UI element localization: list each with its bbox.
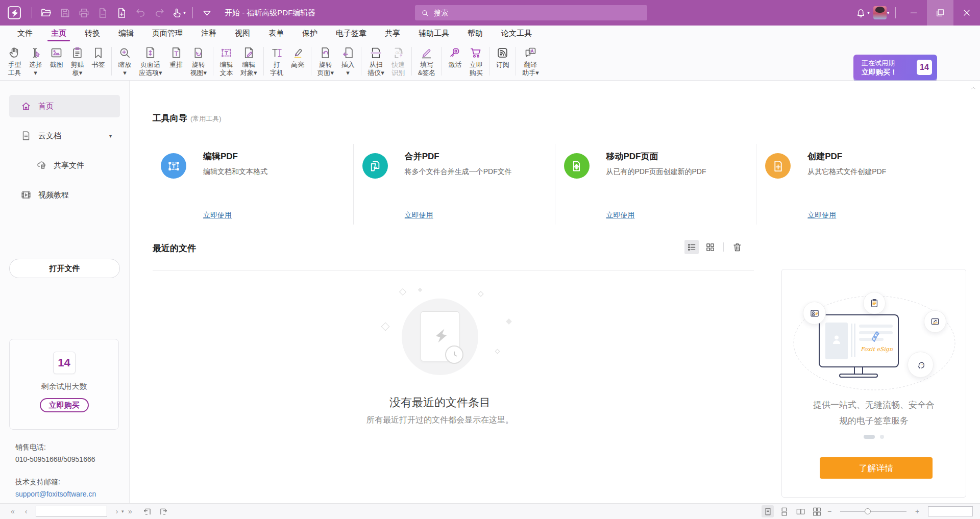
menu-tab-文件[interactable]: 文件	[8, 26, 42, 42]
use-now-link[interactable]: 立即使用	[606, 211, 635, 220]
account-button[interactable]: ▾	[872, 4, 891, 22]
notifications-dropdown-arrow[interactable]: ▾	[867, 10, 870, 15]
ribbon-insert-pages-button[interactable]: 插入▾	[337, 45, 358, 78]
print-button[interactable]	[75, 4, 93, 22]
ribbon-zoom-button[interactable]: 缩放▾	[114, 45, 135, 78]
hand-pointer-button[interactable]: ▾	[169, 4, 188, 22]
zoom-out-button[interactable]: −	[823, 505, 836, 517]
clear-recent-button[interactable]	[730, 240, 744, 254]
minimize-button[interactable]	[900, 0, 927, 26]
use-now-link[interactable]: 立即使用	[807, 211, 836, 220]
menu-tab-转换[interactable]: 转换	[76, 26, 109, 42]
chevron-down-icon[interactable]: ▾	[109, 133, 112, 139]
ribbon-bookmark-button[interactable]: 书签	[88, 45, 109, 69]
undo-button[interactable]	[131, 4, 150, 22]
ribbon-edit-object-button[interactable]: 编辑对象▾	[237, 45, 261, 78]
clock-icon	[445, 345, 463, 364]
list-view-button[interactable]	[684, 240, 699, 254]
ribbon-translate-assistant-button[interactable]: 翻译助手▾	[519, 45, 543, 78]
menu-tab-共享[interactable]: 共享	[376, 26, 409, 42]
zoom-percentage-input[interactable]	[928, 507, 972, 516]
restore-window-button[interactable]	[927, 0, 953, 26]
menu-tab-帮助[interactable]: 帮助	[458, 26, 492, 42]
single-page-view-button[interactable]	[762, 505, 774, 517]
hand-pointer-dropdown-arrow[interactable]: ▾	[183, 10, 186, 15]
ribbon-subscribe-button[interactable]: 订阅	[492, 45, 513, 69]
ribbon-buy-now-button[interactable]: 立即购买	[465, 45, 486, 78]
use-now-link[interactable]: 立即使用	[405, 211, 433, 220]
menu-tab-表单[interactable]: 表单	[259, 26, 293, 42]
ribbon-edit-text-button[interactable]: 编辑文本	[216, 45, 237, 78]
search-input[interactable]	[434, 9, 642, 17]
zoom-percentage-box[interactable]	[928, 506, 973, 516]
ribbon-select-button[interactable]: 选择▾	[25, 45, 46, 78]
zoom-slider[interactable]	[840, 506, 906, 516]
menu-tab-编辑[interactable]: 编辑	[109, 26, 143, 42]
ribbon-fill-sign-button[interactable]: 填写&签名	[414, 45, 439, 78]
page-number-input[interactable]	[36, 508, 121, 515]
cloud-doc-icon	[20, 130, 32, 141]
hide-ribbon-button[interactable]	[198, 4, 216, 22]
use-now-link[interactable]: 立即使用	[203, 211, 232, 220]
open-file-big-button[interactable]: 打开文件	[9, 259, 120, 278]
ribbon-quick-ocr-button[interactable]: OCR快速识别	[388, 45, 409, 78]
add-page-button[interactable]	[112, 4, 131, 22]
remove-page-button[interactable]	[93, 4, 112, 22]
menu-tab-页面管理[interactable]: 页面管理	[143, 26, 192, 42]
tool-card-description: 从其它格式文件创建PDF	[807, 167, 886, 177]
ribbon-hand-tool-button[interactable]: 手型工具	[4, 45, 25, 78]
user-avatar[interactable]	[873, 6, 887, 19]
ribbon-clipboard-button[interactable]: 剪贴板▾	[67, 45, 88, 78]
id-badge-icon	[803, 302, 826, 325]
sidebar-item-home[interactable]: 首页	[9, 95, 120, 117]
account-dropdown-arrow[interactable]: ▾	[887, 10, 890, 15]
redo-button[interactable]	[150, 4, 169, 22]
carousel-dot-active[interactable]	[864, 435, 875, 439]
page-number-combobox[interactable]: ▾	[36, 506, 107, 517]
previous-view-button[interactable]	[141, 505, 153, 517]
menu-tab-主页[interactable]: 主页	[42, 26, 76, 42]
trial-purchase-badge[interactable]: 正在试用期 立即购买！ 14	[853, 55, 937, 80]
first-page-button[interactable]: «	[6, 505, 19, 517]
ribbon-highlight-button[interactable]: 高亮	[287, 45, 308, 69]
last-page-button[interactable]: »	[124, 505, 137, 517]
zoom-slider-thumb[interactable]	[865, 508, 871, 514]
menu-tab-保护[interactable]: 保护	[293, 26, 327, 42]
sidebar-item-video-tutorials[interactable]: 视频教程	[9, 184, 120, 206]
previous-page-button[interactable]: ‹	[19, 505, 33, 517]
facing-continuous-view-button[interactable]	[811, 505, 823, 517]
ribbon-typewriter-button[interactable]: 打字机	[266, 45, 287, 78]
buy-now-button[interactable]: 立即购买	[40, 398, 89, 412]
learn-more-button[interactable]: 了解详情	[820, 457, 933, 479]
notifications-button[interactable]: ▾	[853, 4, 872, 22]
chevron-up-icon[interactable]	[970, 85, 977, 92]
open-file-button[interactable]	[37, 4, 56, 22]
close-button[interactable]	[953, 0, 980, 26]
grid-view-button[interactable]	[703, 240, 717, 254]
ribbon-snapshot-button[interactable]: 截图	[46, 45, 67, 69]
ribbon-from-scanner-button[interactable]: 从扫描仪▾	[364, 45, 388, 78]
tools-section-title: 工具向导	[153, 112, 187, 124]
ribbon-rotate-pages-button[interactable]: 旋转页面▾	[314, 45, 338, 78]
ribbon-reflow-button[interactable]: 重排	[166, 45, 187, 69]
next-page-button[interactable]: ›	[110, 505, 124, 517]
menu-tab-论文工具[interactable]: 论文工具	[492, 26, 541, 42]
carousel-dot[interactable]	[880, 435, 884, 439]
tool-card-title: 创建PDF	[807, 151, 842, 162]
next-view-button[interactable]	[157, 505, 169, 517]
ribbon-rotate-view-button[interactable]: 旋转视图▾	[187, 45, 211, 78]
menu-tab-电子签章[interactable]: 电子签章	[327, 26, 376, 42]
ribbon-page-fit-button[interactable]: 页面适应选项▾	[135, 45, 166, 78]
ribbon-activate-button[interactable]: 激活	[445, 45, 465, 69]
sidebar-item-shared-files[interactable]: 共享文件	[9, 154, 120, 177]
menu-tab-辅助工具[interactable]: 辅助工具	[409, 26, 458, 42]
facing-view-button[interactable]	[794, 505, 806, 517]
sidebar-item-cloud-docs[interactable]: 云文档▾	[9, 125, 120, 147]
search-box[interactable]	[415, 5, 647, 20]
zoom-in-button[interactable]: +	[911, 505, 924, 517]
continuous-view-button[interactable]	[778, 505, 790, 517]
save-button[interactable]	[56, 4, 75, 22]
menu-tab-视图[interactable]: 视图	[226, 26, 259, 42]
menu-tab-注释[interactable]: 注释	[192, 26, 226, 42]
support-email-link[interactable]: support@foxitsoftware.cn	[15, 488, 96, 500]
